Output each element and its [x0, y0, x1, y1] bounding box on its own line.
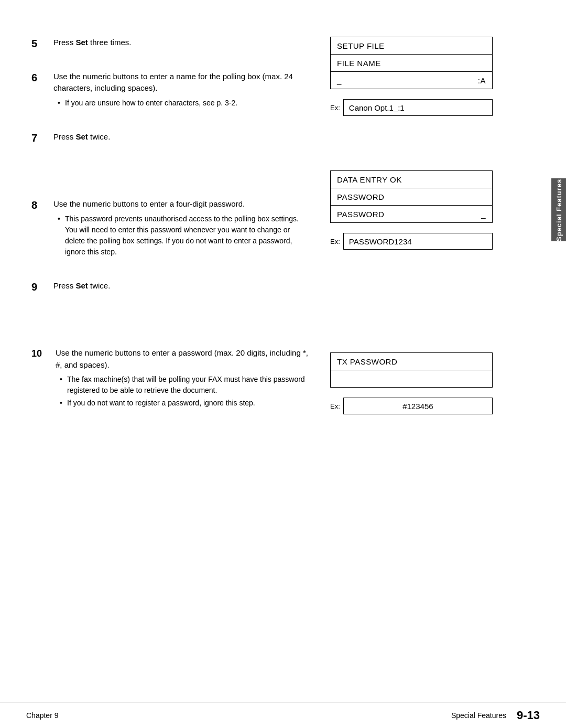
- step-9: 9 Press Set twice.: [31, 280, 309, 295]
- lcd-group-2: DATA ENTRY OK PASSWORD PASSWORD _: [330, 170, 493, 222]
- step-7-bold: Set: [76, 132, 88, 141]
- lcd-tx-password: TX PASSWORD: [330, 352, 493, 370]
- step-10-main: Use the numeric buttons to enter a passw…: [56, 347, 309, 371]
- ex-row-3: Ex: #123456: [330, 398, 493, 414]
- ex-label-1: Ex:: [330, 104, 340, 112]
- step-6: 6 Use the numeric buttons to enter a nam…: [31, 71, 309, 110]
- lcd-password-cursor: _: [481, 210, 486, 219]
- step-7: 7 Press Set twice.: [31, 131, 309, 146]
- footer-page-number: 9-13: [517, 709, 540, 722]
- lcd-group-1: SETUP FILE FILE NAME _ :A: [330, 37, 493, 89]
- step-9-bold: Set: [76, 281, 88, 290]
- step-10-bullet-1: The fax machine(s) that will be polling …: [60, 374, 309, 396]
- page: Special Features 5 Press Set three times…: [0, 0, 566, 728]
- lcd-colon-a: :A: [478, 76, 486, 85]
- lcd-cursor-a: _ :A: [330, 71, 493, 89]
- ex-box-1: Canon Opt.1_ :1: [343, 99, 493, 116]
- side-tab: Special Features: [551, 178, 566, 241]
- step-10: 10 Use the numeric buttons to enter a pa…: [31, 347, 309, 410]
- footer: Chapter 9 Special Features 9-13: [0, 702, 566, 728]
- step-9-text: Press Set twice.: [53, 280, 309, 292]
- step-7-content: Press Set twice.: [53, 131, 309, 146]
- ex-row-2: Ex: PASSWORD 1234: [330, 233, 493, 250]
- ex-box-1-right: :1: [398, 103, 405, 112]
- step-9-content: Press Set twice.: [53, 280, 309, 295]
- step-9-number: 9: [31, 280, 53, 293]
- lcd-group-3: TX PASSWORD: [330, 352, 493, 387]
- step-6-bullet-1: If you are unsure how to enter character…: [58, 98, 309, 109]
- step-8-main: Use the numeric buttons to enter a four-…: [53, 198, 309, 210]
- ex-box-2-value: 1234: [394, 237, 411, 246]
- right-column: SETUP FILE FILE NAME _ :A Ex: Canon Opt.…: [325, 37, 503, 655]
- lcd-password-1: PASSWORD: [330, 188, 493, 206]
- step-8-bullets: This password prevents unauthorised acce…: [53, 213, 309, 258]
- step-10-bullet-2: If you do not want to register a passwor…: [60, 398, 309, 409]
- step-6-main: Use the numeric buttons to enter a name …: [53, 71, 309, 94]
- ex-box-1-left: Canon Opt.1_: [349, 103, 398, 112]
- side-tab-label: Special Features: [555, 178, 563, 241]
- step-5: 5 Press Set three times.: [31, 37, 309, 52]
- footer-right: Special Features 9-13: [451, 709, 540, 722]
- ex-label-2: Ex:: [330, 238, 340, 245]
- lcd-file-name: FILE NAME: [330, 54, 493, 72]
- left-column: 5 Press Set three times. 6 Use the numer…: [0, 37, 325, 655]
- step-6-bullets: If you are unsure how to enter character…: [53, 98, 309, 109]
- step-8: 8 Use the numeric buttons to enter a fou…: [31, 198, 309, 259]
- step-8-number: 8: [31, 198, 53, 211]
- step-8-bullet-1: This password prevents unauthorised acce…: [58, 213, 309, 258]
- step-7-text: Press Set twice.: [53, 131, 309, 143]
- step-5-number: 5: [31, 37, 53, 50]
- lcd-underscore: _: [337, 76, 342, 85]
- footer-chapter: Chapter 9: [26, 711, 58, 720]
- step-5-content: Press Set three times.: [53, 37, 309, 52]
- step-10-content: Use the numeric buttons to enter a passw…: [56, 347, 309, 410]
- step-7-number: 7: [31, 131, 53, 144]
- ex-box-3: #123456: [343, 398, 493, 414]
- footer-section: Special Features: [451, 711, 506, 720]
- lcd-tx-empty: [330, 370, 493, 388]
- ex-label-3: Ex:: [330, 402, 340, 410]
- step-8-content: Use the numeric buttons to enter a four-…: [53, 198, 309, 259]
- content-area: 5 Press Set three times. 6 Use the numer…: [0, 21, 566, 655]
- lcd-password-label: PASSWORD: [337, 210, 384, 219]
- step-6-content: Use the numeric buttons to enter a name …: [53, 71, 309, 110]
- ex-box-2: PASSWORD 1234: [343, 233, 493, 250]
- step-10-number: 10: [31, 347, 56, 359]
- step-5-bold: Set: [76, 38, 88, 47]
- step-6-number: 6: [31, 71, 53, 84]
- step-10-bullets: The fax machine(s) that will be polling …: [56, 374, 309, 409]
- ex-row-1: Ex: Canon Opt.1_ :1: [330, 99, 493, 116]
- step-5-text: Press Set three times.: [53, 37, 309, 49]
- lcd-password-2: PASSWORD _: [330, 205, 493, 223]
- ex-box-2-label: PASSWORD: [349, 237, 394, 246]
- lcd-setup-file: SETUP FILE: [330, 37, 493, 55]
- lcd-data-entry-ok: DATA ENTRY OK: [330, 170, 493, 188]
- ex-box-3-value: #123456: [402, 402, 433, 411]
